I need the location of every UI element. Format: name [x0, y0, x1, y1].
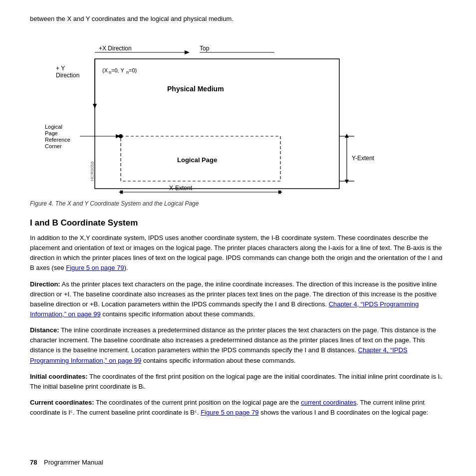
current-text: The coordinates of the current print pos…: [94, 399, 301, 406]
y-extent-label: Y-Extent: [352, 155, 375, 162]
svg-text:=0, Y: =0, Y: [111, 67, 124, 73]
current-para: Current coordinates: The coordinates of …: [30, 398, 446, 418]
figure5-link-1[interactable]: Figure 5 on page 79: [66, 264, 124, 271]
intro-text: between the X and Y coordinates and the …: [30, 15, 446, 22]
svg-text:Direction: Direction: [56, 72, 79, 79]
physical-medium-label: Physical Medium: [167, 85, 224, 93]
manual-name: Programmer Manual: [44, 459, 103, 466]
lprc-label-1: Logical: [45, 124, 62, 130]
current-coords-link[interactable]: current coordinates: [301, 399, 356, 406]
svg-text:Reference: Reference: [45, 137, 70, 143]
para-intro: In addition to the X,Y coordinate system…: [30, 233, 446, 273]
page-footer: 78 Programmer Manual: [30, 459, 103, 466]
direction-label: Direction:: [30, 280, 60, 288]
origin-label: (X: [102, 67, 108, 73]
current-end: shows the various I and B coordinates on…: [259, 409, 429, 416]
x-direction-label: +X Direction: [99, 45, 132, 52]
svg-text:=0): =0): [129, 67, 137, 73]
top-label: Top: [200, 45, 210, 52]
para1-end: ).: [124, 264, 128, 271]
current-label: Current coordinates:: [30, 399, 94, 406]
coordinate-diagram: +X Direction Top + Y Direction (X n =0, …: [30, 31, 446, 196]
initial-para: Initial coordinates: The coordinates of …: [30, 372, 446, 392]
y-direction-label: + Y: [56, 65, 65, 72]
svg-rect-6: [95, 59, 339, 189]
distance-label: Distance:: [30, 326, 59, 334]
initial-text: The coordinates of the first print posit…: [30, 373, 443, 390]
figure5-link-2[interactable]: Figure 5 on page 79: [201, 409, 258, 416]
figure-caption: Figure 4. The X and Y Coordinate System …: [30, 200, 446, 207]
svg-text:Corner: Corner: [45, 143, 62, 149]
direction-para: Direction: As the printer places text ch…: [30, 279, 446, 320]
diagram-svg: +X Direction Top + Y Direction (X n =0, …: [30, 31, 446, 196]
distance-end: contains specific information about thes…: [141, 357, 295, 364]
figure-id: HCR0058: [90, 161, 95, 181]
direction-end: contains specific information about thes…: [101, 310, 255, 318]
svg-marker-21: [345, 134, 349, 138]
logical-page-label: Logical Page: [177, 156, 217, 164]
svg-marker-22: [345, 180, 349, 184]
svg-marker-1: [185, 50, 190, 54]
page-number: 78: [30, 459, 37, 466]
section-heading: I and B Coordinate System: [30, 218, 446, 228]
initial-label: Initial coordinates:: [30, 373, 88, 380]
svg-text:Page: Page: [45, 130, 58, 136]
distance-para: Distance: The inline coordinate increase…: [30, 325, 446, 366]
x-extent-label: X-Extent: [169, 185, 193, 192]
